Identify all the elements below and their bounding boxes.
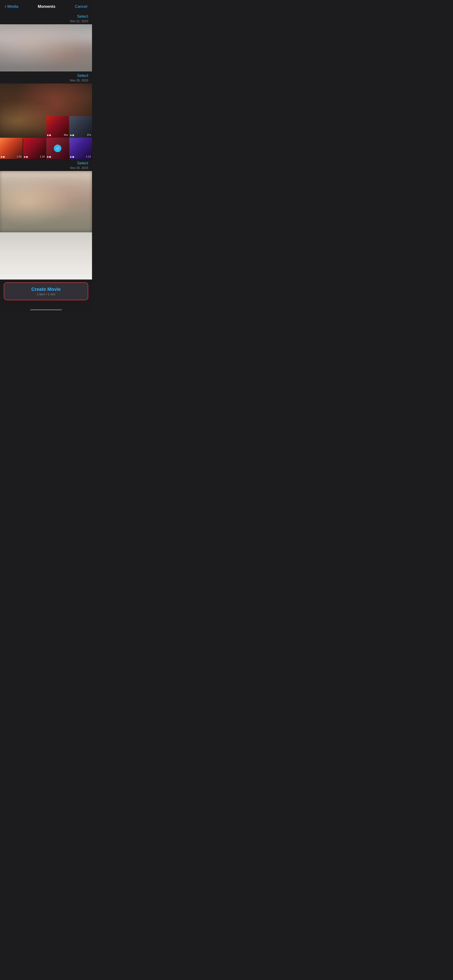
section-1-photo-bg <box>0 24 92 72</box>
create-movie-label: Create Movie <box>31 286 61 292</box>
section-3-date: Nov 20, 2023 <box>70 166 88 170</box>
moment-section-3: Select Nov 20, 2023 <box>0 159 92 232</box>
thumb-bottom-4[interactable]: ▶◼ 1:21 <box>69 138 92 159</box>
create-movie-button[interactable]: Create Movie 1 item • 1 min <box>4 282 88 300</box>
section-3-header: Select Nov 20, 2023 <box>0 159 92 171</box>
video-icon-3: ▶◼ <box>1 156 5 158</box>
video-icon-2: ▶◼ <box>70 134 74 136</box>
video-icon-6: ▶◼ <box>70 156 74 158</box>
thumb-top-1[interactable]: ▶◼ 46s <box>46 116 69 137</box>
concert-photo-area: ▶◼ 46s ▶◼ 37s ▶◼ 1:50 ▶◼ 1:10 ▶◼ ✓ <box>0 83 92 159</box>
thumb-bottom-2[interactable]: ▶◼ 1:10 <box>23 138 46 159</box>
section-3-photo-area <box>0 171 92 232</box>
back-button[interactable]: ‹ Media <box>5 4 18 10</box>
chevron-left-icon: ‹ <box>5 3 6 10</box>
section-2-select-button[interactable]: Select <box>77 73 88 78</box>
moment-section-1: Select Nov 21, 2023 <box>0 12 92 72</box>
section-1-photo-area <box>0 24 92 72</box>
home-indicator <box>0 307 92 313</box>
thumb-bottom-2-duration: 1:10 <box>40 155 45 158</box>
navigation-bar: ‹ Media Moments Cancel <box>0 0 92 12</box>
create-movie-sublabel: 1 item • 1 min <box>37 293 56 296</box>
section-1-date: Nov 21, 2023 <box>70 19 88 23</box>
section-3-select-button[interactable]: Select <box>77 161 88 165</box>
thumb-top-2[interactable]: ▶◼ 37s <box>69 116 92 137</box>
back-label: Media <box>7 4 18 9</box>
thumb-bottom-1[interactable]: ▶◼ 1:50 <box>0 138 23 159</box>
section-2-header: Select Nov 20, 2023 <box>0 72 92 83</box>
moment-section-2: Select Nov 20, 2023 ▶◼ 46s ▶◼ 37s ▶◼ 1:5… <box>0 72 92 159</box>
section-2-date: Nov 20, 2023 <box>70 78 88 82</box>
cancel-button[interactable]: Cancel <box>75 4 87 9</box>
section-3-photo-bg <box>0 171 92 232</box>
thumb-grid: ▶◼ 46s ▶◼ 37s ▶◼ 1:50 ▶◼ 1:10 ▶◼ ✓ <box>0 116 92 159</box>
bottom-area <box>0 232 92 280</box>
thumb-top-1-duration: 46s <box>64 134 68 136</box>
thumb-spacer <box>0 116 46 137</box>
create-movie-container: Create Movie 1 item • 1 min <box>0 280 92 307</box>
video-icon-4: ▶◼ <box>24 156 28 158</box>
thumb-bottom-4-duration: 1:21 <box>86 155 91 158</box>
section-1-select-button[interactable]: Select <box>77 14 88 19</box>
section-1-header: Select Nov 21, 2023 <box>0 12 92 24</box>
selected-checkmark: ✓ <box>54 145 61 152</box>
video-icon-1: ▶◼ <box>47 134 51 136</box>
thumb-top-2-duration: 37s <box>87 134 91 136</box>
thumb-bottom-1-duration: 1:50 <box>17 155 22 158</box>
page-title: Moments <box>38 4 56 9</box>
home-bar <box>30 309 62 310</box>
video-icon-5: ▶◼ <box>47 156 51 158</box>
thumb-bottom-3[interactable]: ▶◼ ✓ <box>46 138 69 159</box>
